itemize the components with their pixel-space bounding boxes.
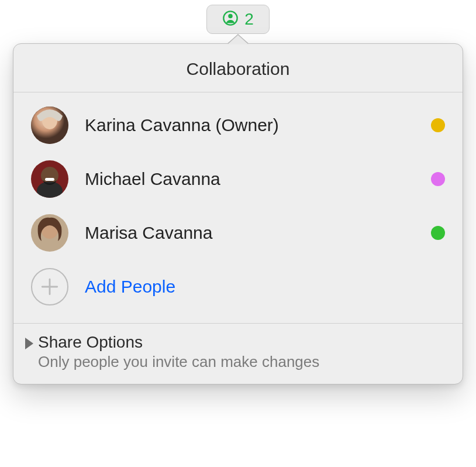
svg-rect-8 [45, 178, 54, 181]
disclosure-triangle-icon [25, 338, 33, 349]
share-options-title: Share Options [38, 333, 319, 352]
presence-dot-icon [431, 118, 445, 132]
add-people-label: Add People [85, 277, 175, 297]
share-options-subtitle: Only people you invite can make changes [38, 353, 319, 371]
svg-point-1 [228, 14, 232, 18]
participant-name: Michael Cavanna [85, 169, 415, 189]
presence-dot-icon [431, 226, 445, 240]
participant-name: Karina Cavanna (Owner) [85, 115, 415, 135]
participant-row[interactable]: Karina Cavanna (Owner) [13, 98, 463, 152]
person-icon [222, 10, 239, 29]
share-options-toggle[interactable]: Share Options Only people you invite can… [13, 324, 463, 384]
collaboration-toolbar-button[interactable]: 2 [206, 5, 270, 34]
plus-icon [31, 268, 68, 305]
add-people-button[interactable]: Add People [13, 260, 463, 320]
participant-list: Karina Cavanna (Owner) Michael Cavanna M… [13, 92, 463, 324]
collaboration-popover: Collaboration Karina Cavanna (Owner) Mic… [13, 43, 463, 384]
participant-row[interactable]: Marisa Cavanna [13, 206, 463, 260]
popover-caret-icon [227, 35, 249, 44]
presence-dot-icon [431, 172, 445, 186]
participant-count: 2 [244, 10, 254, 29]
avatar [31, 160, 68, 198]
avatar [31, 107, 68, 144]
participant-row[interactable]: Michael Cavanna [13, 152, 463, 206]
participant-name: Marisa Cavanna [85, 223, 415, 243]
avatar [31, 214, 68, 252]
popover-title: Collaboration [13, 44, 463, 92]
